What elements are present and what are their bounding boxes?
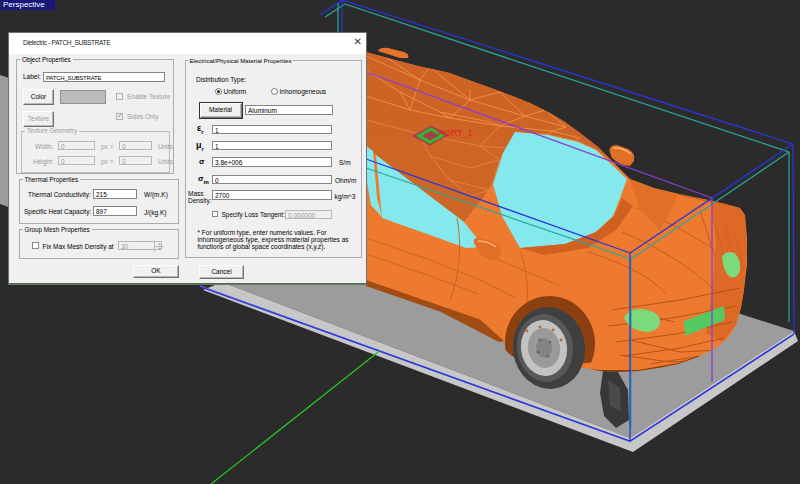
svg-text:PORT_1: PORT_1	[438, 128, 473, 138]
